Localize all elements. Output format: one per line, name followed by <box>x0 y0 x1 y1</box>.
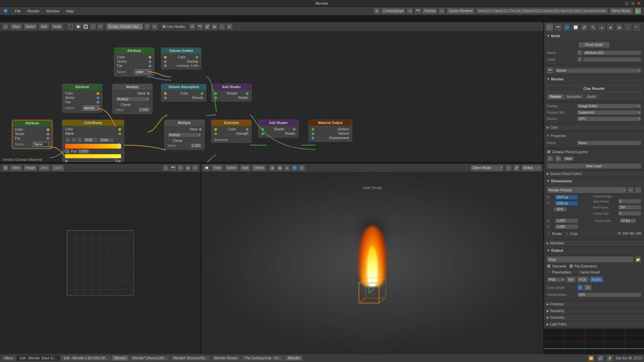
sampling-row[interactable]: ▶ Sampling <box>544 308 644 314</box>
aspect-x[interactable]: 1.000 <box>555 218 578 223</box>
node-color-ramp[interactable]: ColorRamp Color Alpha + - <box>62 120 124 163</box>
ne-view[interactable]: View <box>10 23 22 30</box>
render-section-header[interactable]: ▼ Render <box>544 75 644 83</box>
taskbar-blender3[interactable]: Blender* [/home/y3/b... <box>171 356 210 361</box>
node-name-input[interactable] <box>583 50 641 55</box>
node-multiply2[interactable]: Multiply Value Multiply ▾ <box>164 120 205 150</box>
minimize-button[interactable]: _ <box>625 1 629 6</box>
demo-mode[interactable]: Demo Mode: <box>609 8 633 14</box>
ne-select[interactable]: Select <box>23 23 38 30</box>
end-frame-input[interactable] <box>618 205 641 210</box>
volume-icon[interactable]: 🔊 <box>597 355 604 362</box>
viewport-3d[interactable]: 🔲 View Select Add Object ◉ ▣ ◈ 🔷 ⚙ Obj <box>201 164 543 362</box>
ne-shader-x[interactable]: ✕ <box>151 23 158 30</box>
output-header[interactable]: ▼ Output <box>544 247 644 254</box>
scene-dropdown[interactable]: Scene ▾ <box>555 68 641 73</box>
taskbar-edit1[interactable]: Edit - Blender Stack Ex... <box>17 356 60 361</box>
taskbar-edit2[interactable]: Edit - Blender-2.80-030c7df... <box>61 356 110 361</box>
m2-val[interactable]: 2.500 <box>191 143 202 148</box>
border-check[interactable] <box>547 232 551 236</box>
node-name-icon[interactable]: ⬡ <box>577 50 582 55</box>
menu-file[interactable]: File <box>11 7 24 15</box>
ie-icon3[interactable]: 📷 <box>170 165 176 171</box>
depth-8-btn[interactable]: 8 <box>577 284 584 291</box>
node-attribute1[interactable]: Attribute Color Vector Fac <box>114 48 154 76</box>
network-icon[interactable]: 📶 <box>588 355 594 362</box>
node-section-header[interactable]: ▼ Node <box>544 32 644 40</box>
close-button[interactable]: ✕ <box>637 1 641 6</box>
file-ext-check[interactable]: ✓ <box>569 264 573 268</box>
vp-snap[interactable]: 🔗 <box>513 165 520 171</box>
vp-add[interactable]: Add <box>240 165 251 171</box>
m2-clamp[interactable] <box>167 138 171 142</box>
ie-new[interactable]: New <box>39 165 50 171</box>
overwrite-check[interactable]: ✓ <box>547 264 551 268</box>
taskbar-render[interactable]: Blender Render <box>212 356 240 361</box>
node-label-icon[interactable]: 𝐀 <box>577 57 582 62</box>
vp-shade1[interactable]: ▣ <box>276 165 283 171</box>
device-dropdown[interactable]: CPU ▾ <box>577 116 641 121</box>
af-name-input[interactable] <box>33 142 49 147</box>
image-canvas[interactable] <box>0 172 201 353</box>
scene-add[interactable]: ✕ <box>438 8 445 14</box>
aspect-y[interactable]: 1.000 <box>555 224 578 229</box>
blender-logo[interactable]: 🔷 <box>0 7 11 15</box>
props-name-input[interactable]: flame <box>577 140 641 145</box>
node-attribute2[interactable]: Attribute Color Vector Fac <box>62 84 102 113</box>
ne-mode-icon4[interactable]: ○ <box>90 23 96 30</box>
ne-mode-icon2[interactable]: 🔲 <box>75 23 82 30</box>
panel-constraint-icon[interactable]: 🔗 <box>580 23 588 31</box>
workspace-add[interactable]: ✕ <box>407 8 413 14</box>
output-path-input[interactable]: /tmp/ <box>547 256 634 263</box>
rgba-btn[interactable]: RGBA <box>589 276 603 283</box>
panel-particles-icon[interactable]: ·:· <box>624 23 632 31</box>
start-frame-input[interactable]: 1 <box>618 199 641 204</box>
panel-world-icon[interactable]: 🌐 <box>563 23 571 31</box>
m1-operation[interactable]: Multiply ▾ <box>115 97 150 102</box>
render-tab[interactable]: Render <box>547 94 564 99</box>
cr-mode[interactable]: RGB <box>83 137 98 142</box>
cr-remove[interactable]: - <box>71 137 76 142</box>
node-add-shader1[interactable]: Add Shader Shader Shader <box>211 84 252 102</box>
ie-icon5[interactable]: ◉ <box>184 165 191 171</box>
panel-material-icon[interactable]: ◉ <box>606 23 614 31</box>
vp-draw-mode[interactable]: ◉ <box>269 165 276 171</box>
ne-extra6[interactable]: ⊕ <box>226 23 233 30</box>
gp-settings-icon[interactable]: ⚙ <box>555 155 561 162</box>
panel-scroll-area[interactable]: ▼ Node Reset Node Name: ⬡ <box>544 32 644 328</box>
node-multiply1[interactable]: Multiply Value Multiply ▾ <box>112 84 153 114</box>
new-layer-btn[interactable]: New Layer <box>547 163 641 169</box>
format-dropdown[interactable]: PNG ▾ <box>547 277 565 282</box>
workspace-icon[interactable]: ⊞ <box>373 8 380 14</box>
taskbar-menu[interactable]: Menu <box>2 356 16 361</box>
gp-colors-row[interactable]: ▶ Grease Pencil Colors <box>544 171 644 177</box>
depth-16-btn[interactable]: 16 <box>584 284 592 291</box>
vp-view[interactable]: View <box>211 165 223 171</box>
bw-btn[interactable]: BW <box>566 276 576 283</box>
menu-window[interactable]: Window <box>43 7 63 15</box>
vp-global[interactable]: Global ▾ <box>521 165 541 171</box>
gp-layers-check[interactable]: ✓ <box>547 150 551 154</box>
frame-step-input[interactable]: 1 <box>618 211 641 216</box>
attr2-name-input[interactable] <box>83 106 99 111</box>
use-nodes-check[interactable]: ✓ <box>162 24 166 28</box>
geometry-row[interactable]: ▶ Geometry <box>544 314 644 321</box>
image-editor[interactable]: 🖼 View Image New Open ⊡ 📷 ⚙ ◉ ⊕ <box>0 164 201 362</box>
node-label-input[interactable] <box>583 57 641 62</box>
ne-extra3[interactable]: 🔗 <box>204 23 211 30</box>
m1-clamp[interactable] <box>115 103 119 107</box>
panel-physics-icon[interactable]: 〜 <box>633 23 641 31</box>
frame-rate-dropdown[interactable]: 24 fps ▾ <box>620 218 636 223</box>
vp-mode[interactable]: Object Mode ▾ <box>470 165 504 171</box>
panel-texture-icon[interactable]: ▦ <box>615 23 623 31</box>
ne-shader-name[interactable]: Smoke Domain Mat... <box>106 23 143 30</box>
taskbar-blender4[interactable]: Blender <box>285 356 302 361</box>
cr-num[interactable]: 2 <box>65 149 70 154</box>
vp-object[interactable]: Object <box>252 165 266 171</box>
metadata-row[interactable]: ▶ Metadata <box>544 240 644 247</box>
taskbar-cooking[interactable]: The Cooking Club - Ch... <box>242 356 284 361</box>
ne-mode-icon1[interactable]: ⬛ <box>67 23 74 30</box>
res-percent[interactable]: 50% <box>553 207 567 212</box>
res-y-input[interactable]: 1080 px <box>555 201 578 206</box>
viewport-canvas[interactable]: User Persp <box>201 172 543 353</box>
